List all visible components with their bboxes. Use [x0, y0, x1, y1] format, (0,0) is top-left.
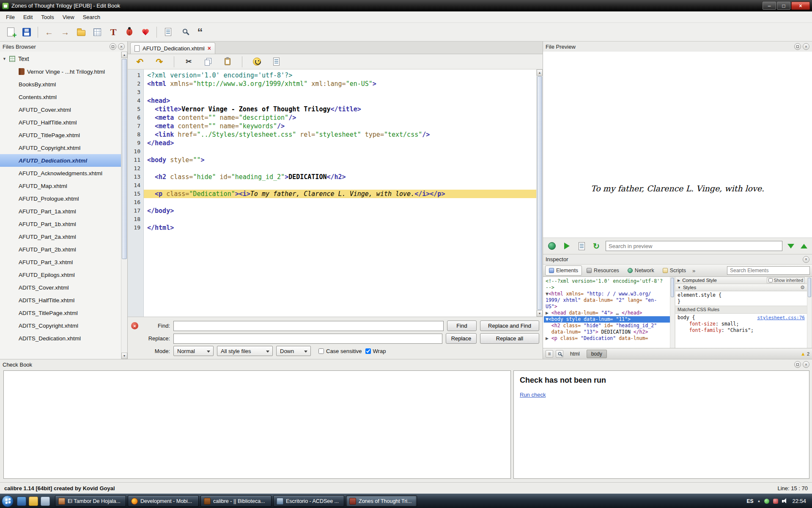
breadcrumb-html[interactable]: html	[566, 350, 584, 358]
taskbar-button-book[interactable]: Zones of Thought Tri...	[346, 495, 417, 507]
smarten-punctuation-button[interactable]: “	[193, 25, 207, 39]
menu-search[interactable]: Search	[79, 12, 104, 22]
split-preview-button[interactable]	[576, 240, 587, 251]
find-button[interactable]: Find	[447, 320, 477, 331]
dom-tree-line[interactable]: ▶ <head data-lnum= "4"> … </head>	[544, 310, 670, 316]
menu-tools[interactable]: Tools	[37, 12, 58, 22]
file-item-adits-cover-xhtml[interactable]: ADITS_Cover.xhtml	[0, 281, 121, 294]
undo-button[interactable]: ↶	[133, 55, 147, 69]
code-area[interactable]: <?xml version='1.0' encoding='utf-8'?><h…	[144, 69, 536, 317]
code-line-11[interactable]: <body style="">	[147, 156, 536, 164]
file-item-afutd-acknowledgments-xhtml[interactable]: AFUTD_Acknowledgments.xhtml	[0, 167, 121, 179]
code-line-17[interactable]: </body>	[147, 207, 536, 215]
case-sensitive-checkbox[interactable]	[318, 348, 324, 354]
editor-scrollbar[interactable]: ▲ ▼	[536, 69, 543, 317]
code-line-6[interactable]: <meta content="" name="description"/>	[147, 113, 536, 122]
dom-tree-line[interactable]: -->	[544, 284, 670, 291]
styles-scrollbar[interactable]	[807, 277, 812, 348]
taskbar-button-acdsee[interactable]: Escritorio - ACDSee ...	[273, 495, 344, 507]
tray-icon[interactable]	[764, 499, 769, 504]
file-item-afutd-part-2a-xhtml[interactable]: AFUTD_Part_2a.xhtml	[0, 230, 121, 243]
code-line-1[interactable]: <?xml version='1.0' encoding='utf-8'?>	[147, 71, 536, 80]
quick-launch-icon[interactable]	[17, 497, 26, 506]
code-line-5[interactable]: <title>Vernor Vinge - Zones of Thought T…	[147, 105, 536, 113]
undock-panel-button[interactable]	[794, 43, 801, 50]
cut-button[interactable]: ✂	[181, 55, 196, 69]
file-item-afutd-halftitle-xhtml[interactable]: AFUTD_HalfTitle.xhtml	[0, 116, 121, 129]
case-sensitive-toggle[interactable]: Case sensitive	[318, 348, 362, 354]
replace-and-find-button[interactable]: Replace and Find	[480, 320, 539, 331]
find-input[interactable]	[173, 321, 444, 331]
menu-edit[interactable]: Edit	[19, 12, 37, 22]
arrange-folders-button[interactable]	[74, 25, 88, 39]
scroll-down-icon[interactable]: ▼	[121, 353, 127, 359]
code-line-15[interactable]: <p class="Dedication"><i>To my father, C…	[144, 190, 536, 198]
scroll-up-icon[interactable]: ▲	[537, 69, 543, 76]
file-item-adits-titlepage-xhtml[interactable]: ADITS_TitlePage.xhtml	[0, 306, 121, 319]
tray-icon[interactable]	[773, 499, 778, 504]
dom-tree-line[interactable]: US">	[544, 304, 670, 310]
new-file-button[interactable]	[3, 25, 18, 39]
breadcrumb-body[interactable]: body	[587, 350, 607, 358]
close-find-panel-button[interactable]: ×	[131, 322, 138, 329]
code-line-16[interactable]	[147, 198, 536, 207]
file-item-adits-halftitle-xhtml[interactable]: ADITS_HalfTitle.xhtml	[0, 294, 121, 306]
file-item-adits-copyright-xhtml[interactable]: ADITS_Copyright.xhtml	[0, 319, 121, 332]
inspector-tab-scripts[interactable]: Scripts	[659, 265, 690, 276]
menu-view[interactable]: View	[58, 12, 79, 22]
close-panel-button[interactable]: ×	[803, 43, 809, 50]
maximize-button[interactable]: □	[777, 2, 790, 10]
code-line-14[interactable]	[147, 181, 536, 190]
taskbar-button-calibre[interactable]: calibre - || Biblioteca...	[200, 495, 272, 507]
styles-header[interactable]: ▼ Styles ⚙	[675, 284, 807, 291]
stylesheet-link[interactable]: stylesheet.css:76	[757, 315, 805, 321]
replace-button[interactable]: Replace	[446, 333, 477, 344]
code-line-2[interactable]: <html xmlns="http://www.w3.org/1999/xhtm…	[147, 80, 536, 88]
file-item-afutd-part-1a-xhtml[interactable]: AFUTD_Part_1a.xhtml	[0, 205, 121, 218]
close-panel-button[interactable]: ×	[803, 256, 809, 263]
file-item-afutd-copyright-xhtml[interactable]: AFUTD_Copyright.xhtml	[0, 141, 121, 154]
replace-input[interactable]	[173, 334, 442, 344]
run-check-link[interactable]: Run check	[520, 392, 546, 398]
close-panel-button[interactable]: ×	[118, 43, 125, 50]
volume-icon[interactable]	[782, 498, 788, 504]
code-line-10[interactable]	[147, 147, 536, 156]
close-button[interactable]: ×	[791, 2, 810, 10]
start-button[interactable]	[2, 495, 14, 507]
preview-pane[interactable]: To my father, Clarence L. Vinge, with lo…	[543, 52, 812, 238]
dom-tree-line[interactable]: data-lnum= "13"> DEDICATION </h2>	[544, 329, 670, 335]
dom-tree-line[interactable]: ▼<html xmlns= "http: / / www.w3.org/	[544, 291, 670, 297]
edit-file-button[interactable]	[161, 25, 175, 39]
redo-button[interactable]: ↷	[152, 55, 167, 69]
quick-launch-icon[interactable]	[29, 497, 38, 506]
file-item-afutd-part-1b-xhtml[interactable]: AFUTD_Part_1b.xhtml	[0, 218, 121, 230]
file-item-afutd-prologue-xhtml[interactable]: AFUTD_Prologue.xhtml	[0, 192, 121, 205]
quick-launch-icon[interactable]	[41, 497, 50, 506]
file-item-afutd-epilogs-xhtml[interactable]: AFUTD_Epilogs.xhtml	[0, 268, 121, 281]
clock[interactable]: 22:54	[792, 498, 806, 504]
file-item-booksby-xhtml[interactable]: BooksBy.xhtml	[0, 78, 121, 91]
computed-style-header[interactable]: ▶ Computed Style Show inherited	[675, 277, 807, 284]
wrap-toggle[interactable]: Wrap	[365, 348, 386, 354]
code-line-19[interactable]: </html>	[147, 224, 536, 232]
code-line-18[interactable]	[147, 215, 536, 224]
minimize-button[interactable]: –	[763, 2, 776, 10]
previous-match-button[interactable]	[799, 241, 809, 251]
taskbar-button-tambor[interactable]: El Tambor De Hojala...	[55, 495, 126, 507]
file-item-afutd-map-xhtml[interactable]: AFUTD_Map.xhtml	[0, 179, 121, 192]
check-book-button[interactable]	[122, 25, 137, 39]
insert-title-button[interactable]: T	[106, 25, 121, 39]
code-line-7[interactable]: <meta content="" name="keywords"/>	[147, 122, 536, 130]
inspector-tab-resources[interactable]: Resources	[583, 265, 623, 276]
dom-tree-line[interactable]: 1999/ xhtml" data-lnum= "2" lang= "en-	[544, 297, 670, 304]
code-line-8[interactable]: <link href="../Styles/stylesheet.css" re…	[147, 130, 536, 139]
code-line-4[interactable]: <head>	[147, 97, 536, 105]
dom-tree-scrollbar[interactable]	[670, 277, 675, 348]
undock-panel-button[interactable]	[794, 361, 801, 368]
tree-section-text[interactable]: ▼ Text	[0, 52, 121, 65]
code-line-9[interactable]: </head>	[147, 139, 536, 147]
dom-tree-line[interactable]: <h2 class= "hide" id= "heading_id_2"	[544, 323, 670, 329]
dom-tree-line[interactable]: <!--?xml version='1.0' encoding='utf-8'?	[544, 278, 670, 284]
insert-tag-button[interactable]	[269, 55, 283, 69]
file-item-afutd-part-2b-xhtml[interactable]: AFUTD_Part_2b.xhtml	[0, 243, 121, 256]
